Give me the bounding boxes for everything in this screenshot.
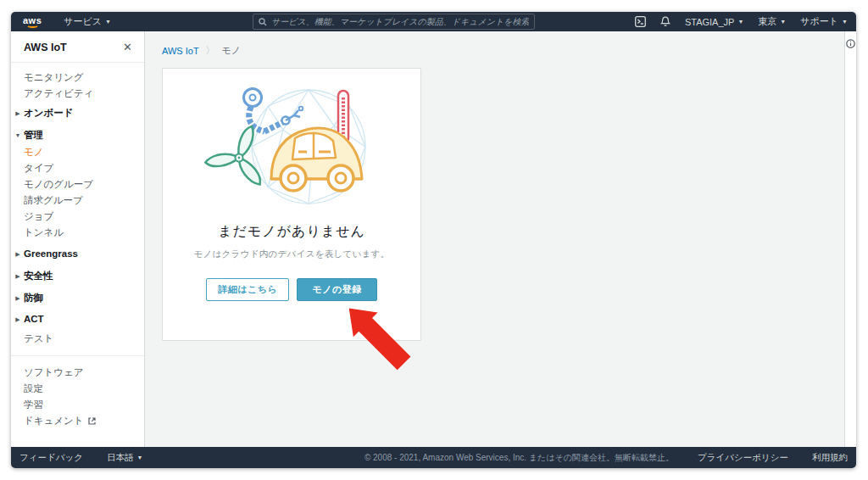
top-navigation-bar: aws サービス ▼ STAGIA_JP ▼ 東京 [11,12,856,31]
sidebar-title: AWS IoT [24,42,67,53]
external-link-icon [88,414,96,430]
sidebar-item-manage[interactable]: ▼管理 [11,127,144,143]
aws-logo[interactable]: aws [23,16,42,28]
main-content: AWS IoT 〉 モノ [145,31,844,447]
language-selector[interactable]: 日本語 ▼ [107,452,142,464]
sidebar-item-monitoring[interactable]: モニタリング [11,70,144,86]
footer-bar: フィードバック 日本語 ▼ © 2008 - 2021, Amazon Web … [11,447,856,468]
sidebar-item-test[interactable]: テスト [11,331,144,347]
region-menu[interactable]: 東京 ▼ [758,15,786,28]
help-rail [844,31,856,447]
privacy-policy-link[interactable]: プライバシーポリシー [698,452,788,464]
services-menu[interactable]: サービス ▼ [64,15,111,28]
account-menu[interactable]: STAGIA_JP ▼ [685,17,743,27]
account-label: STAGIA_JP [685,17,734,27]
aws-console-window: aws サービス ▼ STAGIA_JP ▼ 東京 [11,12,856,468]
sidebar-item-software[interactable]: ソフトウェア [11,365,144,381]
chevron-right-icon: ▶ [14,290,22,306]
chevron-right-icon: ▶ [14,105,22,121]
chevron-right-icon: ▶ [14,268,22,284]
sidebar-item-act[interactable]: ▶ACT [11,311,144,327]
chevron-right-icon: 〉 [206,44,215,57]
cloudshell-icon[interactable] [635,16,646,27]
sidebar-item-thing-groups[interactable]: モノのグループ [11,176,144,193]
robot-arm-icon [244,89,303,132]
services-menu-label: サービス [64,15,102,28]
register-thing-button[interactable]: モノの登録 [297,278,376,301]
chevron-down-icon: ▼ [136,455,142,460]
chevron-down-icon: ▼ [842,19,848,25]
footer-right: © 2008 - 2021, Amazon Web Services, Inc.… [364,452,848,464]
console-body: AWS IoT ✕ モニタリング アクティビティ ▶オンボード ▼管理 モノ タ… [11,31,856,447]
empty-state-subtitle: モノはクラウド内のデバイスを表しています。 [163,248,420,260]
feedback-link[interactable]: フィードバック [19,452,83,464]
sidebar-item-activity[interactable]: アクティビティ [11,86,144,102]
sidebar-item-defend[interactable]: ▶防御 [11,290,144,306]
breadcrumb-current: モノ [222,44,242,57]
global-search[interactable] [253,14,535,30]
language-label: 日本語 [107,452,134,464]
chevron-down-icon: ▼ [105,19,111,25]
sidebar-divider [11,355,144,356]
breadcrumb: AWS IoT 〉 モノ [162,44,844,57]
breadcrumb-aws-iot-link[interactable]: AWS IoT [162,46,199,56]
sidebar-item-security[interactable]: ▶安全性 [11,268,144,284]
sidebar-item-documentation[interactable]: ドキュメント [11,413,144,429]
sidebar-item-learn[interactable]: 学習 [11,397,144,413]
sidebar-nav: モニタリング アクティビティ ▶オンボード ▼管理 モノ タイプ モノのグループ… [11,63,144,429]
close-icon[interactable]: ✕ [123,42,132,53]
sidebar-item-jobs[interactable]: ジョブ [11,209,144,225]
chevron-right-icon: ▶ [14,311,22,327]
terms-link[interactable]: 利用規約 [812,452,848,464]
sidebar: AWS IoT ✕ モニタリング アクティビティ ▶オンボード ▼管理 モノ タ… [11,31,145,447]
info-icon[interactable] [846,36,855,447]
copyright-text: © 2008 - 2021, Amazon Web Services, Inc.… [364,452,674,464]
region-label: 東京 [758,15,776,28]
sidebar-header: AWS IoT ✕ [11,31,144,63]
sidebar-item-types[interactable]: タイプ [11,160,144,176]
chevron-down-icon: ▼ [737,19,743,25]
chevron-down-icon: ▼ [780,19,786,25]
chevron-down-icon: ▼ [14,127,22,143]
footer-left: フィードバック 日本語 ▼ [19,452,142,464]
aws-smile-icon [26,22,39,28]
chevron-right-icon: ▶ [14,246,22,262]
support-menu[interactable]: サポート ▼ [800,15,848,28]
sidebar-item-onboard[interactable]: ▶オンボード [11,105,144,121]
annotation-arrow [342,302,414,377]
sidebar-item-tunnels[interactable]: トンネル [11,225,144,241]
support-label: サポート [800,15,838,28]
topbar-right-controls: STAGIA_JP ▼ 東京 ▼ サポート ▼ [635,15,848,28]
empty-state-card: まだモノがありません モノはクラウド内のデバイスを表しています。 詳細はこちら … [162,68,421,341]
empty-state-title: まだモノがありません [163,223,420,241]
sidebar-item-billing-groups[interactable]: 請求グループ [11,193,144,209]
iot-illustration [190,79,393,208]
notifications-bell-icon[interactable] [660,16,670,27]
learn-more-button[interactable]: 詳細はこちら [206,278,289,301]
screenshot-canvas: aws サービス ▼ STAGIA_JP ▼ 東京 [0,0,868,480]
search-icon [259,18,267,26]
sidebar-item-settings[interactable]: 設定 [11,381,144,397]
search-input[interactable] [271,17,529,26]
empty-state-actions: 詳細はこちら モノの登録 [163,278,420,301]
sidebar-item-greengrass[interactable]: ▶Greengrass [11,246,144,262]
sidebar-item-things[interactable]: モノ [11,144,144,160]
